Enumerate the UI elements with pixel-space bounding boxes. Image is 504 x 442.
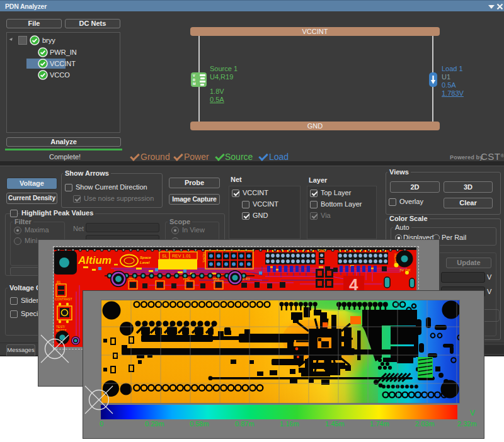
svg-text:Space: Space — [140, 256, 151, 259]
svg-text:Level: Level — [140, 261, 150, 264]
svg-text:HH2: HH2 — [183, 277, 190, 281]
svg-text:GND: GND — [318, 249, 326, 252]
svg-text:REV 1.01: REV 1.01 — [172, 254, 191, 258]
svg-text:CONTRAST: CONTRAST — [55, 297, 72, 301]
svg-text:SL: SL — [162, 254, 168, 258]
svg-text:Altium: Altium — [77, 254, 112, 266]
svg-text:R1: R1 — [57, 280, 61, 284]
svg-text:5V OK: 5V OK — [399, 268, 411, 272]
svg-text:HH1: HH1 — [129, 277, 135, 281]
svg-text:HH3: HH3 — [213, 277, 219, 281]
